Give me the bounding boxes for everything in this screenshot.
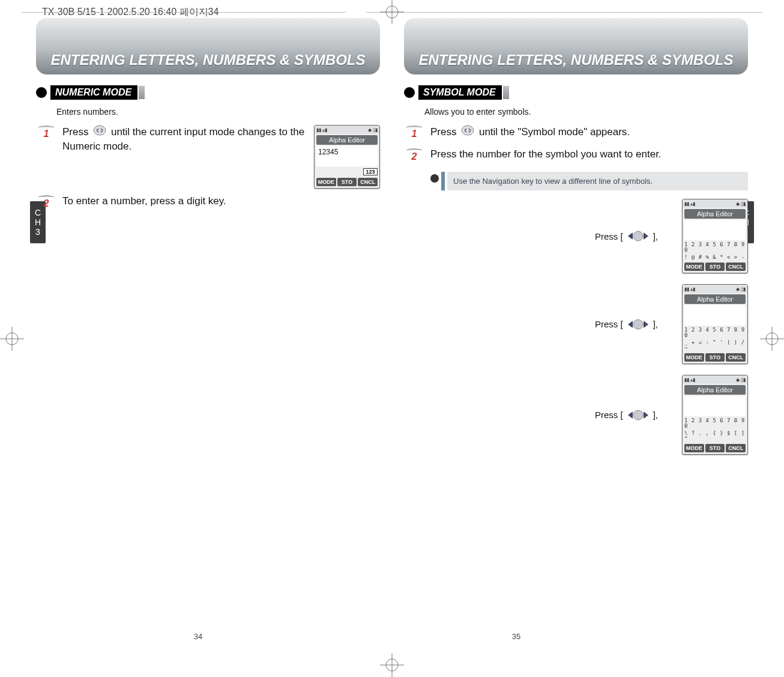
svg-marker-26 [644,411,648,419]
softkey-cncl: CNCL [726,353,746,362]
softkeys: MODE STO CNCL [684,263,746,271]
screen-body: 12345 [316,146,378,166]
step-1-text: Press until the "Symbol mode" appears. [430,125,748,140]
step-1-pre: Press [62,126,88,138]
status-bar: ▮▮ ▴▮◆ ▯▮ [683,199,747,208]
screen-title: Alpha Editor [684,385,746,395]
registration-mark-right [760,327,784,351]
page-left: ENTERING LETTERS, NUMBERS & SYMBOLS NUME… [36,18,380,623]
nav-left-right-icon [627,317,650,332]
svg-point-22 [633,320,643,329]
step-1-pre: Press [430,126,456,138]
section-header: NUMERIC MODE [36,85,145,100]
nav-left-right-icon [627,408,650,422]
step-1: 1 Press until the "Symbol mode" appears. [404,125,748,142]
rule-line [366,12,762,13]
step-number-2-icon: 2 [404,148,424,165]
screen-body [684,220,746,240]
softkey-sto: STO [705,263,725,271]
screen-symbol-row: _ + = : " ' ( ) / ~ [684,340,746,351]
svg-marker-24 [628,411,633,419]
nav-key-icon [461,125,474,140]
page-number-right: 35 [504,632,528,641]
phone-screen: ▮▮ ▴▮◆ ▯▮ Alpha Editor 1 2 3 4 5 6 7 8 9… [682,284,748,364]
screen-title: Alpha Editor [316,135,378,145]
bullet-icon [36,87,47,98]
svg-text:2: 2 [411,151,417,162]
section-subtext: Allows you to enter symbols. [424,107,748,117]
press-label: Press [ ], [595,408,658,422]
svg-marker-18 [628,232,633,240]
screen-body [684,396,746,416]
press-row-1: Press [ ], ▮▮ ▴▮◆ ▯▮ Alpha Editor 1 2 3 … [404,199,748,273]
softkeys: MODE STO CNCL [684,444,746,452]
screen-symbol-row: ! @ # % & * < > - [684,255,746,260]
section-tail [503,86,509,99]
step-2-text: To enter a number, press a digit key. [62,195,380,208]
step-1-post: until the "Symbol mode" appears. [479,126,630,138]
sheet: TX-30B 5/15-1 2002.5.20 16:40 페이지34 C H … [0,0,784,677]
softkeys: MODE STO CNCL [316,178,378,186]
press-label-post: ], [653,319,658,329]
nav-left-right-icon [627,229,650,243]
press-label-pre: Press [ [595,231,623,241]
softkey-mode: MODE [684,444,704,452]
page-title-banner: ENTERING LETTERS, NUMBERS & SYMBOLS [404,18,748,74]
press-row-2: Press [ ], ▮▮ ▴▮◆ ▯▮ Alpha Editor 1 2 3 … [404,284,748,364]
svg-point-19 [633,231,643,241]
registration-mark-bottom [380,653,404,677]
press-label: Press [ ], [595,317,658,332]
note-text: Use the Navigation key to view a differe… [447,172,748,190]
softkey-mode: MODE [316,178,336,186]
softkey-sto: STO [337,178,357,186]
step-number-1-icon: 1 [404,125,424,142]
note-dot-icon [430,174,439,183]
section-tail [139,86,145,99]
press-label-pre: Press [ [595,410,623,420]
step-2-text: Press the number for the symbol you want… [430,148,748,162]
screen-number-row: 1 2 3 4 5 6 7 8 9 0 [684,327,746,338]
softkey-mode: MODE [684,263,704,271]
screen-symbol-row: \ ? . , { } $ [ ] ^ [684,431,746,442]
section-subtext: Enters numbers. [56,107,380,117]
status-bar: ▮▮ ▴▮◆ ▯▮ [315,126,379,134]
press-label-post: ], [653,231,658,241]
softkey-cncl: CNCL [726,444,746,452]
softkeys: MODE STO CNCL [684,353,746,362]
step-number-2-icon: 2 [36,195,56,211]
status-bar: ▮▮ ▴▮◆ ▯▮ [683,285,747,293]
svg-point-25 [633,410,643,420]
section-header: SYMBOL MODE [404,85,509,100]
svg-point-16 [462,126,474,135]
step-1-text: Press until the current input mode chang… [62,125,308,154]
svg-point-13 [94,126,106,135]
section-label: SYMBOL MODE [418,85,502,100]
screen-title: Alpha Editor [684,294,746,304]
input-mode-badge: 123 [363,168,378,175]
page-right: ENTERING LETTERS, NUMBERS & SYMBOLS SYMB… [404,18,748,623]
step-2: 2 To enter a number, press a digit key. [36,195,380,211]
softkey-sto: STO [705,444,725,452]
step-number-1-icon: 1 [36,125,56,142]
note-box: Use the Navigation key to view a differe… [430,172,748,190]
rule-line [22,12,346,13]
page-spread: ENTERING LETTERS, NUMBERS & SYMBOLS NUME… [36,18,748,623]
press-row-3: Press [ ], ▮▮ ▴▮◆ ▯▮ Alpha Editor 1 2 3 … [404,375,748,455]
section-label: NUMERIC MODE [50,85,137,100]
softkey-cncl: CNCL [358,178,378,186]
nav-key-icon [93,125,106,140]
phone-screen: ▮▮ ▴▮◆ ▯▮ Alpha Editor 1 2 3 4 5 6 7 8 9… [682,199,748,273]
softkey-sto: STO [705,353,725,362]
svg-marker-20 [644,232,648,240]
note-bar [441,172,445,190]
svg-text:1: 1 [44,129,49,139]
svg-marker-23 [644,321,648,328]
registration-mark-left [0,327,24,351]
press-label-post: ], [653,410,658,420]
screen-number-row: 1 2 3 4 5 6 7 8 9 0 [684,418,746,429]
page-title-banner: ENTERING LETTERS, NUMBERS & SYMBOLS [36,18,380,74]
screen-number-row: 1 2 3 4 5 6 7 8 9 0 [684,242,746,253]
page-number-left: 34 [186,632,210,641]
step-2: 2 Press the number for the symbol you wa… [404,148,748,165]
status-bar: ▮▮ ▴▮◆ ▯▮ [683,375,747,384]
